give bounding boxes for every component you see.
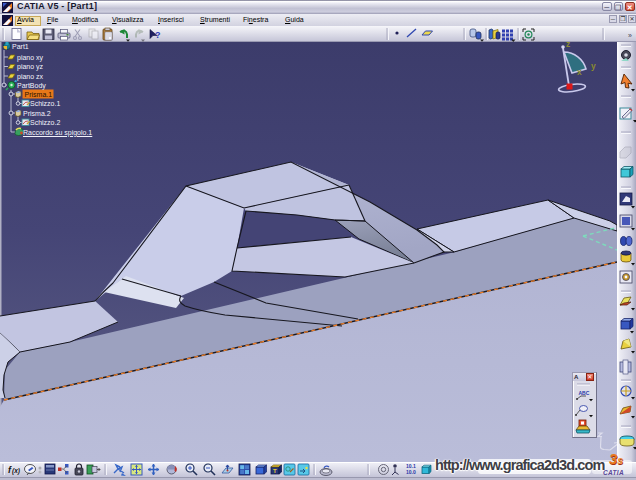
svg-text:z: z xyxy=(566,42,570,49)
svg-text:»: » xyxy=(628,32,632,39)
svg-text:T: T xyxy=(273,468,277,474)
svg-text:(x): (x) xyxy=(12,467,20,475)
svg-text:ABC: ABC xyxy=(579,390,590,396)
svg-text:y: y xyxy=(591,61,596,71)
svg-text:10.0: 10.0 xyxy=(406,469,416,475)
svg-text:x: x xyxy=(577,67,582,77)
svg-text:?: ? xyxy=(155,30,161,40)
